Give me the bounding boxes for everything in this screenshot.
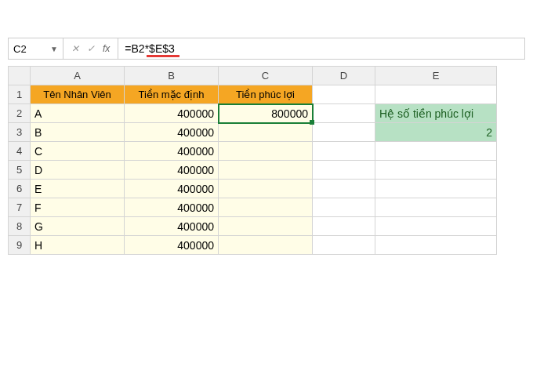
cell-c8[interactable] [219,217,313,236]
row-header-7[interactable]: 7 [9,198,31,217]
cell-a7[interactable]: F [31,198,125,217]
cell-b4[interactable]: 400000 [125,142,219,161]
cell-c4[interactable] [219,142,313,161]
cancel-icon[interactable]: ✕ [71,43,79,54]
row-header-9[interactable]: 9 [9,236,31,255]
cell-e8[interactable] [375,217,497,236]
cell-d1[interactable] [313,85,375,104]
col-header-d[interactable]: D [313,67,375,85]
col-header-b[interactable]: B [125,67,219,85]
cell-c3[interactable] [219,123,313,142]
select-all-corner[interactable] [9,67,31,85]
cell-c7[interactable] [219,198,313,217]
name-box[interactable]: C2 ▼ [9,38,63,59]
cell-e7[interactable] [375,198,497,217]
cell-a1[interactable]: Tên Nhân Viên [31,85,125,104]
formula-bar-buttons: ✕ ✓ fx [63,38,118,59]
col-header-e[interactable]: E [375,67,497,85]
row-header-5[interactable]: 5 [9,161,31,180]
cell-e1[interactable] [375,85,497,104]
cell-d7[interactable] [313,198,375,217]
cell-a4[interactable]: C [31,142,125,161]
row-header-1[interactable]: 1 [9,85,31,104]
cell-b3[interactable]: 400000 [125,123,219,142]
formula-bar: C2 ▼ ✕ ✓ fx =B2*$E$3 [8,38,525,60]
cell-c6[interactable] [219,180,313,198]
cell-e9[interactable] [375,236,497,255]
cell-e4[interactable] [375,142,497,161]
cell-e3[interactable]: 2 [375,123,497,142]
col-header-a[interactable]: A [31,67,125,85]
cell-b5[interactable]: 400000 [125,161,219,180]
fx-icon[interactable]: fx [103,43,110,54]
row-header-8[interactable]: 8 [9,217,31,236]
cell-b1[interactable]: Tiền mặc định [125,85,219,104]
name-box-value: C2 [13,43,50,55]
cell-a8[interactable]: G [31,217,125,236]
cell-d8[interactable] [313,217,375,236]
cell-b7[interactable]: 400000 [125,198,219,217]
cell-d2[interactable] [313,104,375,123]
red-underline-annotation [147,55,179,57]
spreadsheet-grid[interactable]: A B C D E 1 Tên Nhân Viên Tiền mặc định … [8,66,497,255]
formula-input[interactable]: =B2*$E$3 [118,38,524,59]
cell-d9[interactable] [313,236,375,255]
cell-b2[interactable]: 400000 [125,104,219,123]
cell-a6[interactable]: E [31,180,125,198]
cell-c2-selected[interactable]: 800000 [219,104,313,123]
cell-c1[interactable]: Tiền phúc lợi [219,85,313,104]
cell-b9[interactable]: 400000 [125,236,219,255]
row-header-3[interactable]: 3 [9,123,31,142]
cell-a3[interactable]: B [31,123,125,142]
cell-a5[interactable]: D [31,161,125,180]
cell-a2[interactable]: A [31,104,125,123]
cell-d5[interactable] [313,161,375,180]
row-header-4[interactable]: 4 [9,142,31,161]
row-header-2[interactable]: 2 [9,104,31,123]
name-box-dropdown-icon[interactable]: ▼ [50,45,58,53]
confirm-icon[interactable]: ✓ [87,43,95,54]
cell-a9[interactable]: H [31,236,125,255]
col-header-c[interactable]: C [219,67,313,85]
cell-d6[interactable] [313,180,375,198]
cell-b8[interactable]: 400000 [125,217,219,236]
cell-e2[interactable]: Hệ số tiền phúc lợi [375,104,497,123]
cell-d4[interactable] [313,142,375,161]
cell-c5[interactable] [219,161,313,180]
cell-e5[interactable] [375,161,497,180]
cell-d3[interactable] [313,123,375,142]
formula-text: =B2*$E$3 [125,42,174,55]
cell-e6[interactable] [375,180,497,198]
cell-b6[interactable]: 400000 [125,180,219,198]
row-header-6[interactable]: 6 [9,180,31,198]
cell-c9[interactable] [219,236,313,255]
